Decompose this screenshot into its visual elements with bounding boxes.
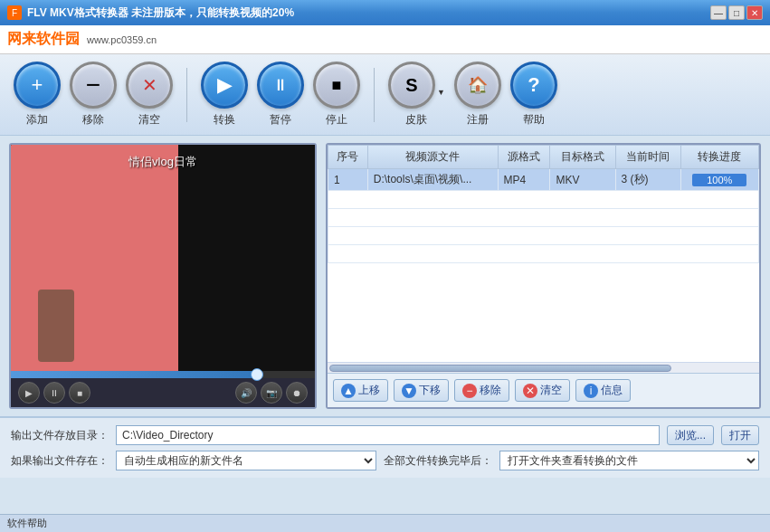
register-icon: 🏠: [454, 62, 501, 109]
col-file: 视频源文件: [367, 146, 498, 169]
info-button[interactable]: i 信息: [575, 379, 631, 402]
cell-dst-format: MKV: [550, 169, 615, 191]
table-clear-button[interactable]: ✕ 清空: [515, 379, 570, 402]
output-section: 输出文件存放目录： 浏览... 打开 如果输出文件存在： 自动生成相应的新文件名…: [0, 416, 770, 478]
brand-bar: 网来软件园 www.pc0359.cn: [0, 25, 770, 54]
up-label: 上移: [358, 383, 380, 398]
exists-select[interactable]: 自动生成相应的新文件名 覆盖已有文件 跳过该文件: [116, 451, 376, 470]
app-icon: F: [7, 5, 22, 20]
convert-icon: ▶: [201, 62, 248, 109]
cell-file: D:\tools\桌面\视频\...: [367, 169, 498, 191]
col-seq: 序号: [328, 146, 368, 169]
register-button[interactable]: 🏠 注册: [454, 62, 501, 128]
add-icon: +: [14, 62, 61, 109]
remove-icon-btn: −: [462, 384, 477, 398]
after-select[interactable]: 打开文件夹查看转换的文件 不做任何操作 关闭程序: [499, 451, 760, 470]
convert-button[interactable]: ▶ 转换: [201, 62, 248, 128]
add-label: 添加: [26, 112, 48, 128]
browse-button[interactable]: 浏览...: [667, 425, 714, 445]
up-button[interactable]: ▲ 上移: [333, 379, 388, 402]
info-icon: i: [584, 384, 598, 398]
skin-button[interactable]: S ▼ 皮肤: [388, 62, 445, 128]
file-table-area: 序号 视频源文件 源格式 目标格式 当前时间 转换进度 1 D:\tools\桌…: [326, 143, 761, 409]
down-button[interactable]: ▼ 下移: [394, 379, 449, 402]
table-row-empty-3: [328, 227, 759, 245]
pause-button[interactable]: ⏸ 暂停: [257, 62, 304, 128]
pause-icon: ⏸: [257, 62, 304, 109]
help-button[interactable]: ? 帮助: [510, 62, 557, 128]
file-list-table: 序号 视频源文件 源格式 目标格式 当前时间 转换进度 1 D:\tools\桌…: [328, 145, 759, 263]
toolbar: + 添加 − 移除 ✕ 清空 ▶ 转换 ⏸ 暂停 ■ 停止 S ▼ 皮肤 🏠 注…: [0, 54, 770, 136]
add-button[interactable]: + 添加: [14, 62, 61, 128]
brand-url: www.pc0359.cn: [87, 34, 157, 45]
video-stop-button[interactable]: ■: [69, 382, 90, 404]
progress-text: 100%: [692, 174, 746, 186]
table-row-empty-2: [328, 209, 759, 227]
clear-icon: ✕: [126, 62, 173, 109]
after-label: 全部文件转换完毕后：: [384, 453, 492, 469]
video-play-button[interactable]: ▶: [18, 382, 40, 404]
video-record-button[interactable]: ⏺: [286, 382, 308, 404]
output-dir-row: 输出文件存放目录： 浏览... 打开: [11, 425, 759, 445]
stop-label: 停止: [326, 112, 347, 128]
title-bar-left: F FLV MKV格式转换器 未注册版本，只能转换视频的20%: [7, 5, 294, 21]
video-pause-button[interactable]: ⏸: [43, 382, 65, 404]
window-controls[interactable]: — □ ✕: [710, 5, 763, 20]
col-dst: 目标格式: [550, 146, 615, 169]
clear-label: 清空: [540, 383, 562, 398]
table-header-row: 序号 视频源文件 源格式 目标格式 当前时间 转换进度: [328, 146, 759, 169]
video-bg-dark: [178, 145, 315, 371]
down-label: 下移: [419, 383, 441, 398]
skin-icon: S: [388, 62, 435, 109]
output-options-row: 如果输出文件存在： 自动生成相应的新文件名 覆盖已有文件 跳过该文件 全部文件转…: [11, 451, 759, 470]
remove-label: 移除: [82, 112, 104, 128]
col-time: 当前时间: [615, 146, 680, 169]
table-row-empty-1: [328, 191, 759, 209]
maximize-button[interactable]: □: [728, 5, 745, 20]
stop-button[interactable]: ■ 停止: [313, 62, 360, 128]
close-button[interactable]: ✕: [746, 5, 763, 20]
table-remove-button[interactable]: − 移除: [454, 379, 509, 402]
separator-2: [374, 68, 375, 122]
remove-button[interactable]: − 移除: [70, 62, 117, 128]
dir-input[interactable]: [116, 425, 660, 445]
video-seekbar-fill: [11, 371, 254, 378]
main-area: 情侣vlog日常 ▶ ⏸ ■ 🔊 📷 ⏺ 序号 视频源文件 源: [0, 136, 770, 416]
file-table: 序号 视频源文件 源格式 目标格式 当前时间 转换进度 1 D:\tools\桌…: [328, 145, 759, 362]
cell-src-format: MP4: [498, 169, 550, 191]
skin-label: 皮肤: [405, 112, 427, 128]
table-row[interactable]: 1 D:\tools\桌面\视频\... MP4 MKV 3 (秒) 100%: [328, 169, 759, 191]
separator-1: [186, 68, 187, 122]
video-canvas: 情侣vlog日常: [11, 145, 315, 371]
video-title: 情侣vlog日常: [11, 154, 315, 170]
open-button[interactable]: 打开: [721, 425, 759, 445]
remove-label: 移除: [480, 383, 501, 398]
clear-icon-btn: ✕: [523, 384, 537, 398]
status-bar: 软件帮助: [0, 514, 770, 532]
help-label: 帮助: [523, 112, 545, 128]
video-preview-panel: 情侣vlog日常 ▶ ⏸ ■ 🔊 📷 ⏺: [9, 143, 317, 409]
video-bg-pink: [11, 145, 178, 371]
video-seekbar[interactable]: [11, 371, 315, 378]
video-volume-button[interactable]: 🔊: [235, 382, 257, 404]
horizontal-scrollbar[interactable]: [328, 362, 759, 373]
skin-dropdown-arrow[interactable]: ▼: [437, 88, 445, 97]
register-label: 注册: [467, 112, 489, 128]
table-row-empty-4: [328, 245, 759, 263]
scrollbar-thumb[interactable]: [329, 365, 671, 372]
convert-label: 转换: [214, 112, 235, 128]
clear-button[interactable]: ✕ 清空: [126, 62, 173, 128]
exists-label: 如果输出文件存在：: [11, 453, 109, 469]
clear-label: 清空: [138, 112, 160, 128]
info-label: 信息: [601, 383, 623, 398]
video-figure: [38, 290, 74, 362]
status-text: 软件帮助: [7, 517, 47, 530]
col-src: 源格式: [498, 146, 550, 169]
dir-label: 输出文件存放目录：: [11, 428, 109, 443]
cell-time: 3 (秒): [615, 169, 680, 191]
video-snapshot-button[interactable]: 📷: [261, 382, 282, 404]
help-icon: ?: [510, 62, 557, 109]
minimize-button[interactable]: —: [710, 5, 727, 20]
cell-progress: 100%: [680, 169, 758, 191]
table-actions: ▲ 上移 ▼ 下移 − 移除 ✕ 清空 i 信息: [328, 373, 759, 407]
